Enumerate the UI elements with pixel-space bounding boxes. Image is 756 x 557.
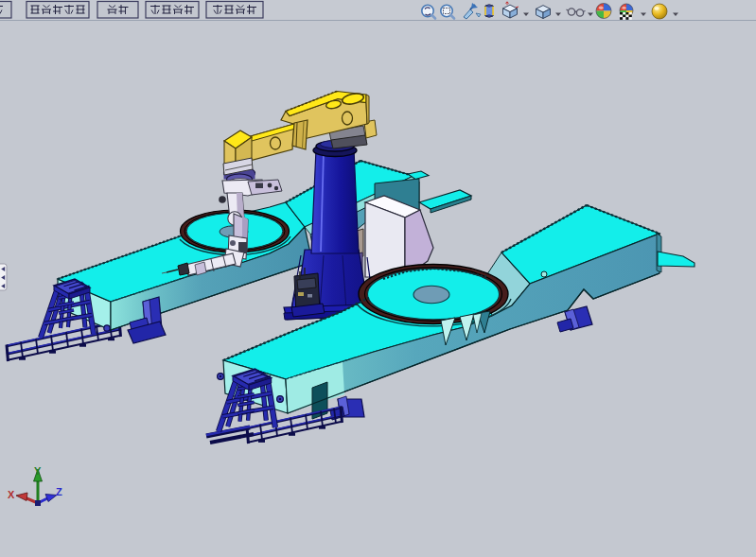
svg-text:Z: Z	[56, 486, 62, 497]
svg-text:Y: Y	[34, 465, 42, 477]
svg-text:X: X	[8, 489, 15, 500]
